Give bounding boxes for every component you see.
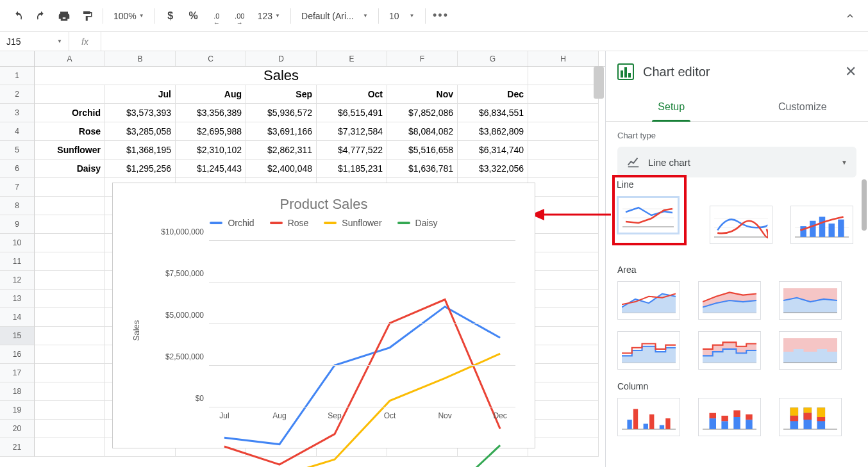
select-all-corner[interactable] (0, 51, 35, 66)
name-box[interactable]: J15▼ (0, 32, 69, 51)
cell[interactable]: Sep (246, 85, 317, 104)
cell[interactable]: $5,936,572 (246, 104, 317, 122)
cell[interactable] (528, 290, 599, 308)
redo-button[interactable] (31, 6, 51, 26)
decrease-decimal-button[interactable]: .0← (206, 6, 227, 26)
cell[interactable] (35, 271, 105, 290)
print-button[interactable] (54, 6, 74, 26)
row-header[interactable]: 2 (0, 85, 35, 104)
chart-thumb-smooth-line[interactable] (710, 206, 772, 244)
cell[interactable] (35, 215, 105, 234)
chart-thumb-100-area[interactable] (779, 281, 842, 320)
row-header[interactable]: 3 (0, 104, 35, 122)
chart-thumb-stacked-column[interactable] (698, 398, 761, 436)
cell[interactable] (35, 345, 105, 364)
cell[interactable]: $2,310,102 (176, 141, 246, 160)
cell[interactable]: $1,185,231 (317, 160, 387, 178)
close-panel-button[interactable]: ✕ (845, 63, 856, 80)
cell[interactable] (528, 345, 599, 364)
chart-thumb-stacked-area[interactable] (698, 281, 761, 320)
cell[interactable] (528, 308, 599, 327)
cell[interactable] (528, 67, 599, 85)
chart-thumb-area[interactable] (617, 281, 680, 320)
cell[interactable]: $3,573,393 (105, 104, 176, 122)
cell[interactable]: $3,862,809 (458, 122, 528, 141)
more-toolbar-button[interactable]: ••• (431, 6, 451, 26)
row-header[interactable]: 20 (0, 420, 35, 438)
tab-customize[interactable]: Customize (737, 92, 869, 121)
row-header[interactable]: 1 (0, 67, 35, 85)
cell[interactable]: Jul (105, 85, 176, 104)
col-header[interactable]: B (105, 51, 176, 66)
cell[interactable] (35, 85, 105, 104)
cell[interactable] (35, 327, 105, 345)
col-header[interactable]: H (528, 51, 599, 66)
cell[interactable] (35, 308, 105, 327)
cell[interactable]: Aug (176, 85, 246, 104)
row-header[interactable]: 8 (0, 197, 35, 215)
row-header[interactable]: 19 (0, 401, 35, 420)
cell[interactable] (35, 420, 105, 438)
row-header[interactable]: 4 (0, 122, 35, 141)
cell[interactable] (528, 401, 599, 420)
cell[interactable]: Oct (317, 85, 387, 104)
cell[interactable]: $2,862,311 (246, 141, 317, 160)
chart-type-select[interactable]: Line chart ▼ (617, 147, 856, 177)
row-header[interactable]: 16 (0, 345, 35, 364)
cell[interactable] (35, 197, 105, 215)
font-size-select[interactable]: 10▼ (384, 11, 420, 21)
cell[interactable]: $3,285,058 (105, 122, 176, 141)
row-header[interactable]: 6 (0, 160, 35, 178)
cell[interactable]: Sales (35, 67, 528, 85)
vertical-scrollbar[interactable] (594, 67, 604, 99)
cell[interactable] (35, 234, 105, 252)
row-header[interactable]: 12 (0, 271, 35, 290)
chart-thumb-100-column[interactable] (779, 398, 842, 436)
chart-thumb-stacked-stepped[interactable] (698, 331, 761, 370)
cell[interactable]: $3,356,389 (176, 104, 246, 122)
cell[interactable]: Rose (35, 122, 105, 141)
cell[interactable] (35, 438, 105, 457)
panel-scrollbar[interactable] (862, 179, 867, 231)
paint-format-button[interactable] (77, 6, 97, 26)
cell[interactable]: $8,084,082 (387, 122, 458, 141)
row-header[interactable]: 11 (0, 252, 35, 271)
undo-button[interactable] (8, 6, 28, 26)
chart-thumb-combo[interactable] (790, 206, 853, 244)
cell[interactable] (35, 252, 105, 271)
cell[interactable]: $7,852,086 (387, 104, 458, 122)
row-header[interactable]: 5 (0, 141, 35, 160)
cell[interactable] (528, 122, 599, 141)
format-123-button[interactable]: 123▼ (253, 11, 285, 21)
collapse-toolbar-button[interactable] (840, 6, 860, 26)
row-header[interactable]: 15 (0, 327, 35, 345)
cell[interactable]: $1,245,443 (176, 160, 246, 178)
cell[interactable] (35, 364, 105, 382)
chart-thumb-stepped-area[interactable] (617, 331, 680, 370)
cell[interactable]: $6,515,491 (317, 104, 387, 122)
cell[interactable]: $1,636,781 (387, 160, 458, 178)
cell[interactable]: Orchid (35, 104, 105, 122)
cell[interactable]: $2,400,048 (246, 160, 317, 178)
increase-decimal-button[interactable]: .00→ (230, 6, 250, 26)
percent-button[interactable]: % (183, 6, 204, 26)
chart-thumb-100-stepped[interactable] (779, 331, 842, 370)
cell[interactable] (35, 178, 105, 197)
cell[interactable] (35, 401, 105, 420)
cell[interactable]: Dec (458, 85, 528, 104)
cell[interactable]: $1,295,256 (105, 160, 176, 178)
embedded-chart[interactable]: Product Sales OrchidRoseSunflowerDaisy S… (112, 183, 535, 448)
cell[interactable] (528, 364, 599, 382)
col-header[interactable]: G (458, 51, 528, 66)
cell[interactable]: Nov (387, 85, 458, 104)
row-header[interactable]: 17 (0, 364, 35, 382)
cell[interactable] (528, 104, 599, 122)
row-header[interactable]: 13 (0, 290, 35, 308)
cell[interactable]: $4,777,522 (317, 141, 387, 160)
cell[interactable] (528, 141, 599, 160)
cell[interactable]: $7,312,584 (317, 122, 387, 141)
row-header[interactable]: 10 (0, 234, 35, 252)
cell[interactable] (528, 271, 599, 290)
cell[interactable] (35, 290, 105, 308)
cell[interactable]: Sunflower (35, 141, 105, 160)
